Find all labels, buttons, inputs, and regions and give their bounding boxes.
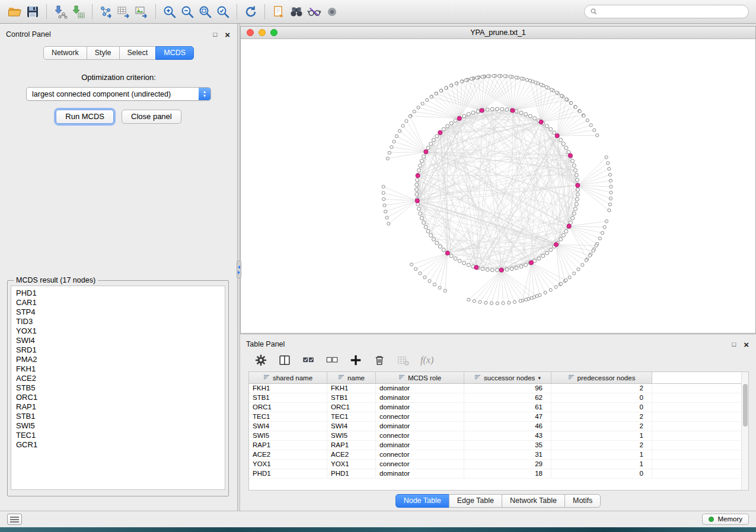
window-minimize-button[interactable] [259,29,266,36]
splitter-collapse-handle[interactable] [237,261,241,278]
criterion-dropdown[interactable]: largest connected component (undirected)… [26,87,211,101]
function-builder-button[interactable]: f(x) [420,355,433,366]
eye-icon[interactable] [323,3,341,21]
mcds-node-item[interactable]: SWI4 [16,336,225,345]
mcds-node-item[interactable]: ACE2 [16,374,225,383]
gear-icon[interactable] [253,352,269,368]
zoom-in-icon[interactable] [161,3,178,21]
glasses-icon[interactable] [305,3,323,21]
delete-row-icon[interactable] [372,352,387,368]
import-table-icon[interactable] [69,3,87,21]
table-cell: 96 [464,384,551,393]
tab-select[interactable]: Select [119,46,157,60]
column-header-label: name [347,374,365,382]
mcds-node-item[interactable]: RAP1 [16,402,225,412]
tab-mcds[interactable]: MCDS [155,46,194,60]
mcds-node-item[interactable]: CAR1 [16,298,225,307]
add-row-icon[interactable] [348,352,363,368]
document-share-icon[interactable] [270,3,288,21]
close-table-panel-icon[interactable]: × [744,340,749,349]
mcds-node-item[interactable]: SWI5 [16,421,225,431]
mcds-node-item[interactable]: FKH1 [16,364,225,374]
column-header-name[interactable]: name [327,372,376,383]
refresh-layout-icon[interactable] [242,3,260,21]
save-icon[interactable] [24,3,42,21]
zoom-out-icon[interactable] [178,3,196,21]
table-row[interactable]: ORC1ORC1dominator610 [249,403,748,412]
network-area: YPA_prune.txt_1 Table Panel □ [240,24,756,511]
table-row[interactable]: SWI5SWI5connector431 [249,431,748,441]
header-filler [652,372,748,383]
search-field[interactable] [584,5,749,18]
mcds-node-item[interactable]: ORC1 [16,393,225,402]
select-all-icon[interactable] [301,352,316,368]
table-row[interactable]: FKH1FKH1dominator962 [249,384,748,393]
table-row[interactable]: RAP1RAP1dominator352 [249,441,748,450]
table-tabs-row: Node TableEdge TableNetwork TableMotifs [240,491,756,511]
window-close-button[interactable] [247,29,254,36]
criterion-value: largest connected component (undirected) [27,90,199,98]
export-network-icon[interactable] [97,3,115,21]
network-title: YPA_prune.txt_1 [241,28,755,37]
table-row[interactable]: ACE2ACE2connector311 [249,450,748,460]
mcds-node-item[interactable]: TEC1 [16,431,225,440]
column-header-shared-name[interactable]: shared name [249,372,327,383]
deselect-all-icon[interactable] [324,352,340,368]
mcds-node-item[interactable]: PMA2 [16,355,225,364]
mcds-node-item[interactable]: SRD1 [16,345,225,355]
tab-network-table[interactable]: Network Table [502,494,565,508]
mcds-node-item[interactable]: YOX1 [16,326,225,336]
float-panel-icon[interactable]: □ [213,31,218,38]
mcds-node-item[interactable]: TID3 [16,317,225,326]
mcds-node-item[interactable]: STB5 [16,383,225,393]
table-row[interactable]: PHD1PHD1dominator180 [249,469,748,479]
memory-button[interactable]: Memory [702,514,749,525]
search-input[interactable] [601,8,743,16]
network-canvas[interactable] [241,39,755,333]
clear-table-icon[interactable] [395,352,411,368]
tab-motifs[interactable]: Motifs [564,494,601,508]
tab-style[interactable]: Style [87,46,120,60]
run-mcds-button[interactable]: Run MCDS [56,110,114,124]
mcds-node-item[interactable]: STB1 [16,412,225,421]
search-icon [590,8,598,15]
tab-network[interactable]: Network [43,46,87,60]
tab-edge-table[interactable]: Edge Table [449,494,502,508]
column-header-mcds-role[interactable]: MCDS role [376,372,464,383]
open-folder-icon[interactable] [6,3,24,21]
tab-node-table[interactable]: Node Table [395,494,449,508]
table-row[interactable]: SWI4SWI4dominator462 [249,422,748,431]
column-chooser-icon[interactable] [277,352,292,368]
mcds-node-item[interactable]: PHD1 [16,289,225,298]
table-row[interactable]: STB1STB1dominator620 [249,393,748,403]
table-cell: 46 [464,422,551,431]
mcds-node-item[interactable]: GCR1 [16,440,225,450]
zoom-fit-icon[interactable] [196,3,214,21]
network-graph[interactable] [241,39,755,333]
export-table-icon[interactable] [115,3,133,21]
import-network-icon[interactable] [52,3,69,21]
zoom-selected-icon[interactable] [214,3,232,21]
mcds-result-list[interactable]: PHD1CAR1STP4TID3YOX1SWI4SRD1PMA2FKH1ACE2… [11,286,225,490]
table-cell: 35 [464,441,551,450]
mcds-node-item[interactable]: STP4 [16,307,225,317]
column-header-successor-nodes[interactable]: successor nodes▾ [464,372,551,383]
table-cell: dominator [376,403,464,412]
table-row[interactable]: TEC1TEC1connector472 [249,412,748,422]
window-zoom-button[interactable] [270,29,277,36]
table-row[interactable]: YOX1YOX1connector291 [249,460,748,469]
panel-splitter[interactable] [238,24,240,511]
control-panel: Control Panel □ × NetworkStyleSelectMCDS… [0,24,238,511]
close-panel-icon[interactable]: × [225,30,230,39]
table-scrollbar[interactable] [741,372,748,490]
close-panel-button[interactable]: Close panel [122,110,181,124]
list-menu-icon[interactable] [7,514,22,525]
column-header-predecessor-nodes[interactable]: predecessor nodes [551,372,652,383]
binoculars-icon[interactable] [288,3,305,21]
table-scrollbar-thumb[interactable] [743,384,748,427]
table-cell: 1 [551,460,652,469]
export-image-icon[interactable] [133,3,151,21]
control-panel-title: Control Panel [6,30,51,39]
float-table-panel-icon[interactable]: □ [732,341,736,348]
memory-label: Memory [717,515,742,523]
